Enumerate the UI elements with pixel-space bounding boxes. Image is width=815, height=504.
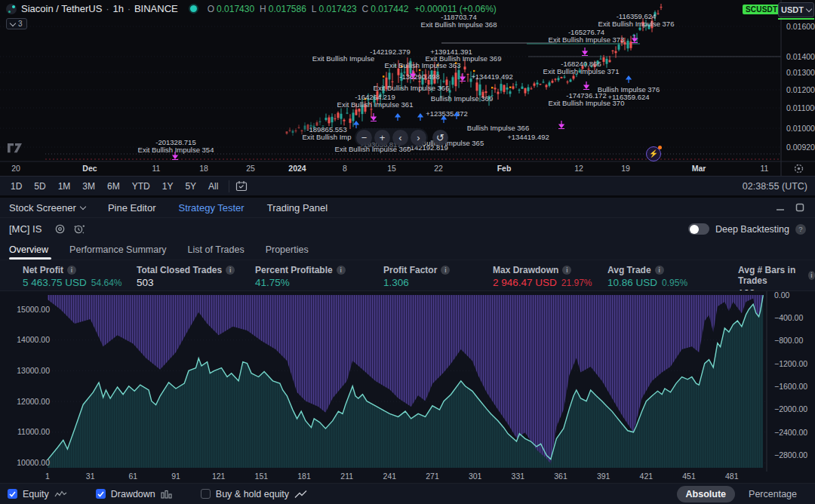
- range-6m-button[interactable]: 6M: [101, 179, 126, 194]
- legend-collapse-button[interactable]: 3: [6, 18, 27, 29]
- go-to-date-button[interactable]: [234, 179, 249, 194]
- range-1m-button[interactable]: 1M: [52, 179, 77, 194]
- subtab-properties[interactable]: Properties: [266, 240, 309, 260]
- time-tick-label: 2024: [288, 164, 306, 173]
- currency-dropdown[interactable]: USDT: [778, 2, 814, 17]
- symbol-header: Siacoin / TetherUS · 1h · BINANCE O0.017…: [6, 3, 497, 14]
- trade-number-label: 421: [640, 472, 654, 481]
- zoom-controls: − + ‹ ›: [355, 128, 428, 147]
- candlestick-chart[interactable]: 0.0160000.0140000.0130000.0120000.011000…: [0, 0, 815, 176]
- add-alert-icon[interactable]: [72, 222, 87, 237]
- tab-pine-editor[interactable]: Pine Editor: [108, 202, 156, 214]
- candle-body: [392, 81, 394, 82]
- strategy-title[interactable]: [MC] IS: [9, 223, 42, 235]
- equity-curve-icon: [54, 490, 67, 499]
- candle-body: [612, 51, 614, 51]
- price-tick-label: 0.014000: [786, 52, 815, 61]
- tab-label: Pine Editor: [108, 202, 156, 214]
- subtab-performance-summary[interactable]: Performance Summary: [69, 240, 167, 260]
- deep-backtesting-toggle[interactable]: [688, 223, 709, 235]
- range-1y-button[interactable]: 1Y: [156, 179, 180, 194]
- buy-hold-checkbox-group: Buy & hold equity: [201, 489, 308, 499]
- equity-curve-chart[interactable]: 15000.0014000.0013000.0012000.0011000.00…: [0, 290, 815, 483]
- buy-hold-checkbox[interactable]: [201, 489, 211, 499]
- help-icon[interactable]: ?: [795, 224, 806, 235]
- trade-label: Exit Bullish Impulse: [312, 54, 374, 63]
- candle-body: [552, 81, 554, 83]
- subtab-list-of-trades[interactable]: List of Trades: [188, 240, 244, 260]
- zoom-in-button[interactable]: +: [374, 130, 390, 146]
- scroll-right-button[interactable]: ›: [411, 130, 426, 146]
- candle-body: [570, 79, 572, 81]
- exchange-label[interactable]: BINANCE: [134, 3, 178, 14]
- candle-body: [609, 60, 611, 63]
- candle-body: [346, 112, 349, 113]
- minimize-icon[interactable]: [776, 203, 785, 212]
- tradingview-logo[interactable]: [6, 140, 24, 158]
- trade-number-label: 181: [297, 472, 311, 481]
- drawdown-axis-label: −1600.00: [774, 382, 807, 391]
- toggle-knob: [690, 225, 699, 234]
- trade-number-label: 61: [128, 472, 137, 481]
- mode-absolute-button[interactable]: Absolute: [677, 486, 735, 502]
- info-icon[interactable]: i: [808, 271, 815, 280]
- trade-label: -136290.498: [399, 72, 439, 81]
- time-tick-label: 8: [343, 164, 347, 173]
- trade-label: -164264.219Exit Bullish Impulse 361: [337, 93, 414, 109]
- chevron-down-icon: [80, 204, 86, 210]
- candle-body: [337, 112, 340, 118]
- info-icon[interactable]: i: [226, 266, 235, 275]
- info-icon[interactable]: i: [655, 266, 664, 275]
- candle-body: [509, 91, 512, 94]
- subtab-overview[interactable]: Overview: [9, 240, 48, 260]
- maximize-icon[interactable]: [795, 203, 804, 212]
- trade-number-label: 1: [45, 472, 50, 481]
- drawdown-checkbox[interactable]: [96, 489, 106, 499]
- candle-body: [524, 88, 527, 94]
- range-all-button[interactable]: All: [202, 179, 224, 194]
- candle-body: [458, 70, 460, 79]
- time-tick-label: 19: [621, 164, 630, 173]
- tab-trading-panel[interactable]: Trading Panel: [267, 202, 328, 214]
- range-5d-button[interactable]: 5D: [28, 179, 51, 194]
- equity-checkbox[interactable]: [8, 489, 17, 499]
- event-marker-icon[interactable]: ⚡: [646, 146, 661, 161]
- info-icon[interactable]: i: [441, 266, 450, 275]
- market-status-icon[interactable]: [190, 5, 197, 12]
- range-1d-button[interactable]: 1D: [5, 179, 28, 194]
- time-tick-label: 12: [574, 164, 583, 173]
- exit-arrow-icon: [460, 73, 466, 81]
- range-3m-button[interactable]: 3M: [76, 179, 101, 194]
- high-value: 0.017586: [269, 4, 306, 14]
- symbol-name[interactable]: Siacoin / TetherUS: [21, 3, 102, 14]
- tab-strategy-tester[interactable]: Strategy Tester: [178, 202, 244, 214]
- strategy-settings-icon[interactable]: [52, 222, 67, 237]
- stat-label: Avg Trade: [607, 265, 651, 275]
- trade-label: -118703.74Exit Bullish Impulse 368: [421, 13, 497, 29]
- zoom-out-button[interactable]: −: [356, 130, 372, 146]
- candle-body: [301, 131, 303, 131]
- range-5y-button[interactable]: 5Y: [179, 179, 202, 194]
- drawdown-axis-label: −2400.00: [774, 428, 807, 437]
- session-clock[interactable]: 02:38:55 (UTC): [743, 181, 807, 192]
- range-ytd-button[interactable]: YTD: [126, 179, 156, 194]
- stat-percent: 21.97%: [561, 278, 592, 288]
- info-icon[interactable]: i: [337, 266, 346, 275]
- order-mark: [473, 70, 475, 72]
- scroll-left-button[interactable]: ‹: [392, 130, 408, 146]
- info-icon[interactable]: i: [562, 266, 571, 275]
- order-mark: [509, 87, 511, 88]
- tab-stock-screener[interactable]: Stock Screener: [9, 202, 85, 214]
- candle-body: [564, 77, 566, 78]
- deep-backtesting-label: Deep Backtesting: [715, 224, 789, 235]
- drawdown-bars-icon: [161, 490, 172, 499]
- stat-label: Net Profit: [23, 265, 63, 275]
- info-icon[interactable]: i: [67, 266, 76, 275]
- reset-chart-button[interactable]: ↺: [432, 130, 448, 146]
- timeframe-label[interactable]: 1h: [112, 3, 123, 14]
- mode-percentage-button[interactable]: Percentage: [740, 486, 806, 502]
- trade-number-label: 91: [171, 472, 180, 481]
- price-axis-settings-icon[interactable]: [793, 163, 804, 177]
- tab-label: Strategy Tester: [178, 202, 244, 214]
- candle-body: [443, 81, 445, 81]
